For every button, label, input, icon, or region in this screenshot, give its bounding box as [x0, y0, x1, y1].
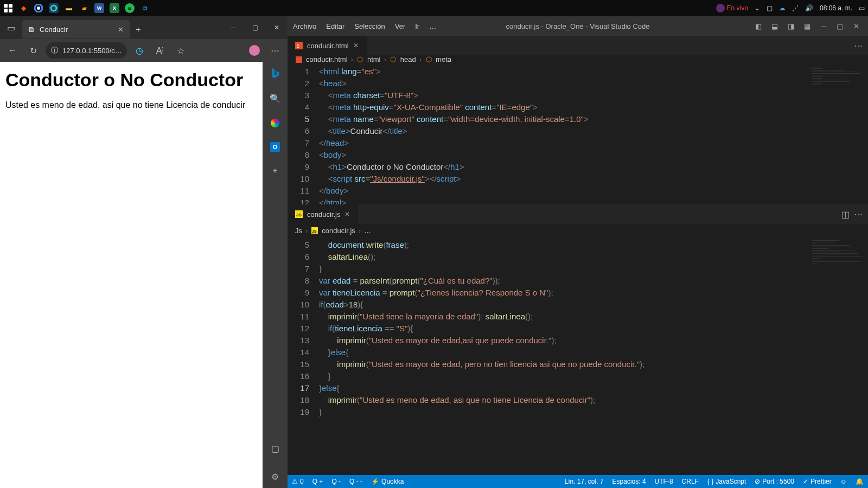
layout-panel-bottom-icon[interactable]: ⬓	[768, 20, 781, 33]
js-file-icon: JS	[311, 227, 318, 234]
gutter-2: 5678910111213141516171819	[288, 239, 315, 418]
search-icon[interactable]: 🔍	[269, 92, 281, 104]
svg-rect-1	[9, 4, 12, 8]
tray-chevron-icon[interactable]: ⌄	[755, 4, 760, 12]
tray-battery-icon[interactable]: ▢	[767, 4, 773, 12]
minimap-2[interactable]	[812, 239, 866, 265]
svg-text:5: 5	[297, 43, 299, 49]
brave-icon[interactable]: ◆	[18, 3, 28, 13]
status-q-plus[interactable]: Q +	[308, 475, 328, 488]
svg-rect-9	[296, 56, 302, 63]
tab-more-icon[interactable]: ⋯	[854, 41, 863, 51]
word-icon[interactable]: W	[94, 3, 104, 13]
tray-onedrive-icon[interactable]: ☁	[779, 4, 786, 12]
chrome-icon[interactable]	[34, 3, 43, 13]
tabbar-1: 5 conducir.html ✕ ⋯	[288, 36, 868, 55]
site-info-icon[interactable]: ⓘ	[51, 46, 58, 55]
edge-icon[interactable]	[49, 3, 59, 13]
start-icon[interactable]	[3, 3, 13, 13]
favorite-icon[interactable]: ☆	[173, 42, 189, 59]
bing-icon[interactable]	[269, 67, 281, 79]
menu-edit[interactable]: Editar	[326, 22, 344, 30]
status-language[interactable]: { } JavaScript	[703, 478, 750, 485]
tab-conducir-html[interactable]: 5 conducir.html ✕	[288, 36, 367, 55]
status-spaces[interactable]: Espacios: 4	[608, 478, 650, 485]
vscode-close-button[interactable]: ✕	[850, 20, 863, 33]
split-editor-icon[interactable]: ◫	[841, 209, 850, 220]
sidebar-settings-icon[interactable]: ⚙	[269, 471, 281, 483]
layout-customize-icon[interactable]: ▦	[801, 20, 814, 33]
address-bar[interactable]: ⓘ 127.0.0.1:5500/c…	[46, 42, 127, 59]
status-encoding[interactable]: UTF-8	[650, 478, 678, 485]
status-prettier[interactable]: ✓ Prettier	[799, 478, 836, 485]
menu-selection[interactable]: Selección	[354, 22, 385, 30]
status-line-col[interactable]: Lín. 17, col. 7	[560, 478, 608, 485]
edge-browser-window: ▭ 🗎 Conducir ✕ + ─ ▢ ✕ ← ↻ ⓘ 127.0.0.1:5…	[0, 16, 288, 488]
code-editor-2[interactable]: 5678910111213141516171819 document.write…	[288, 237, 868, 475]
shopping-icon[interactable]: ◷	[131, 42, 148, 59]
status-q-dashdash[interactable]: Q - -	[345, 475, 367, 488]
tab-more-icon[interactable]: ⋯	[854, 209, 863, 220]
menu-view[interactable]: Ver	[395, 22, 406, 30]
new-tab-button[interactable]: +	[130, 25, 146, 35]
back-button[interactable]: ←	[4, 42, 21, 59]
menu-bar: Archivo Editar Selección Ver Ir …	[293, 22, 436, 30]
sidebar-toggle-icon[interactable]: ▢	[269, 442, 281, 454]
layout-sidebar-left-icon[interactable]: ◧	[752, 20, 765, 33]
more-menu-button[interactable]: ⋯	[267, 42, 283, 59]
tab-actions-button[interactable]: ▭	[0, 23, 22, 33]
status-q-minus[interactable]: Q -	[327, 475, 345, 488]
outlook-icon[interactable]: O	[270, 142, 280, 152]
excel-icon[interactable]: X	[110, 3, 119, 13]
vscode-icon[interactable]: ⧉	[140, 3, 150, 13]
live-indicator[interactable]: En vivo	[716, 4, 748, 12]
copilot-icon[interactable]	[269, 117, 281, 129]
code-lines-1: <html lang="es"> <head> <meta charset="U…	[319, 66, 868, 209]
vscode-window: Archivo Editar Selección Ver Ir … conduc…	[288, 16, 868, 488]
svg-rect-3	[9, 9, 12, 12]
tray-volume-icon[interactable]: 🔊	[805, 4, 813, 12]
layout-sidebar-right-icon[interactable]: ◨	[784, 20, 797, 33]
gutter-1: 123456789101112	[288, 66, 315, 209]
menu-go[interactable]: Ir	[415, 22, 419, 30]
vscode-minimize-button[interactable]: ─	[817, 20, 830, 33]
html-file-icon	[295, 56, 303, 63]
js-file-icon: JS	[295, 210, 303, 218]
menu-file[interactable]: Archivo	[293, 22, 316, 30]
status-eol[interactable]: CRLF	[678, 478, 703, 485]
close-tab-icon[interactable]: ✕	[344, 210, 350, 218]
minimap-1[interactable]	[812, 66, 866, 86]
tray-wifi-icon[interactable]: ⋰	[792, 4, 799, 12]
tray-clock[interactable]: 08:06 a. m.	[820, 4, 852, 12]
tab-conducir-js[interactable]: JS conducir.js ✕	[288, 204, 358, 224]
sublime-icon[interactable]: ▰	[79, 3, 89, 13]
browser-tab[interactable]: 🗎 Conducir ✕	[22, 20, 130, 38]
profile-icon[interactable]	[246, 42, 263, 59]
vscode-maximize-button[interactable]: ▢	[833, 20, 846, 33]
status-feedback-icon[interactable]: ☺	[836, 478, 851, 485]
status-live-server-port[interactable]: ⊘ Port : 5500	[750, 478, 799, 485]
status-quokka[interactable]: ⚡ Quokka	[367, 475, 408, 488]
breadcrumb-1[interactable]: conducir.html › ⬡ html › ⬡ head › ⬡ meta	[288, 55, 868, 63]
browser-titlebar: ▭ 🗎 Conducir ✕ + ─ ▢ ✕	[0, 16, 288, 39]
tabbar-2: JS conducir.js ✕ ◫ ⋯	[288, 204, 868, 224]
spotify-icon[interactable]: ≡	[125, 3, 135, 13]
svg-text:JS: JS	[312, 229, 317, 233]
code-editor-1[interactable]: 123456789101112 <html lang="es"> <head> …	[288, 63, 868, 211]
tab-label: conducir.js	[307, 210, 340, 219]
html-file-icon: 5	[295, 42, 303, 49]
maximize-button[interactable]: ▢	[244, 17, 266, 38]
explorer-icon[interactable]: ▬	[64, 3, 74, 13]
refresh-button[interactable]: ↻	[25, 42, 41, 59]
read-aloud-icon[interactable]: A⁾	[152, 42, 168, 59]
tray-notification-icon[interactable]: ▭	[859, 4, 865, 12]
status-bell-icon[interactable]: 🔔	[851, 478, 868, 485]
close-tab-icon[interactable]: ✕	[118, 25, 124, 34]
close-tab-icon[interactable]: ✕	[353, 42, 359, 49]
add-sidebar-button[interactable]: +	[269, 165, 281, 177]
minimize-button[interactable]: ─	[222, 17, 244, 38]
close-window-button[interactable]: ✕	[266, 17, 288, 38]
breadcrumb-2[interactable]: Js › JS conducir.js › …	[288, 224, 868, 237]
status-problems[interactable]: ⚠ 0	[288, 475, 308, 488]
menu-more[interactable]: …	[429, 22, 436, 30]
